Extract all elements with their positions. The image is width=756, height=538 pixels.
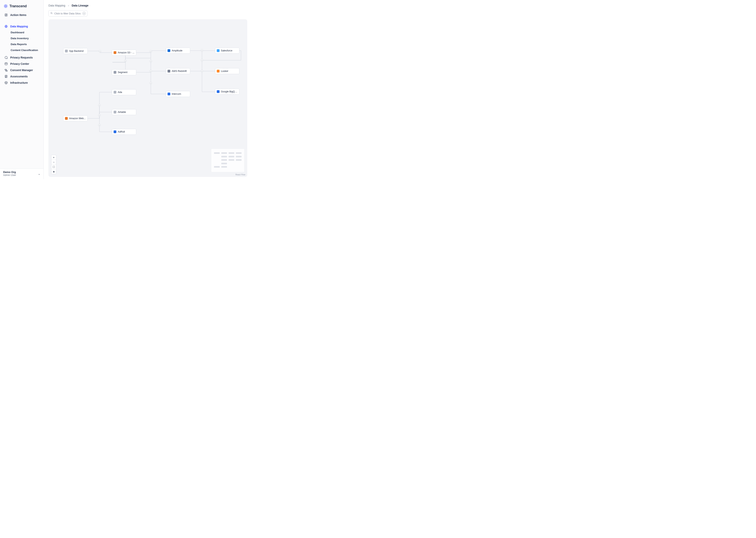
edge-delete[interactable]: × [98, 104, 101, 106]
filter-data-silos[interactable]: Click to filter Data Silos + [48, 10, 87, 17]
adroll-icon [114, 131, 117, 133]
looker-icon [217, 70, 219, 73]
toggle-icon [4, 68, 8, 72]
zoom-in-button[interactable]: + [51, 155, 56, 160]
database-icon [167, 70, 170, 73]
sidebar-item-privacy-requests[interactable]: Privacy Requests [2, 54, 41, 61]
node-aws-redshift[interactable]: AWS Redshift [166, 68, 190, 74]
svg-point-8 [51, 12, 52, 14]
sidebar-sub-data-reports[interactable]: Data Reports [2, 41, 41, 47]
breadcrumb-current: Data Lineage [72, 4, 88, 7]
filter-placeholder: Click to filter Data Silos [54, 12, 81, 15]
svg-point-1 [5, 5, 7, 7]
react-flow-attribution: React Flow [235, 174, 245, 176]
fit-view-button[interactable] [51, 165, 56, 169]
search-icon [50, 12, 53, 15]
brand-logo[interactable]: Transcend [2, 3, 41, 12]
node-ada[interactable]: Ada [112, 89, 136, 95]
node-amazon-s3[interactable]: Amazon S3 - ... [112, 50, 136, 56]
canvas-controls: + − [51, 155, 56, 174]
org-switcher[interactable]: Demo Org Admin User ⌄ [0, 168, 43, 180]
svg-rect-2 [5, 14, 7, 16]
breadcrumb-parent[interactable]: Data Mapping [48, 4, 65, 7]
sidebar-item-action-items[interactable]: Action Items [2, 12, 41, 18]
node-app-backend[interactable]: App Backend [63, 48, 88, 54]
chat-icon [4, 56, 8, 59]
node-bigquery[interactable]: Google BigQuery [215, 89, 239, 94]
bigquery-icon [217, 90, 219, 93]
clipboard-icon [4, 75, 8, 78]
svg-rect-4 [5, 63, 7, 65]
sidebar-sub-data-inventory[interactable]: Data Inventory [2, 35, 41, 41]
amplitude-icon [167, 49, 170, 52]
edge-delete[interactable]: × [150, 60, 152, 63]
node-segment[interactable]: Segment [112, 69, 136, 75]
bolt-icon [4, 13, 8, 17]
edge-delete[interactable]: × [201, 70, 203, 72]
ada-icon [114, 91, 117, 93]
svg-rect-6 [6, 71, 8, 72]
sidebar-item-assessments[interactable]: Assessments [2, 73, 41, 80]
edge-delete[interactable]: × [98, 114, 101, 116]
s3-icon [114, 51, 117, 54]
sidebar-sub-content-classification[interactable]: Content Classification [2, 47, 41, 53]
sidebar-item-label: Privacy Requests [10, 56, 33, 59]
sidebar-item-label: Privacy Center [10, 62, 29, 65]
edge-delete[interactable]: × [150, 50, 152, 53]
airtable-icon [114, 111, 117, 114]
server-icon [65, 50, 68, 52]
brand-name: Transcend [10, 4, 26, 8]
edge-delete[interactable]: × [150, 70, 152, 72]
lock-button[interactable] [51, 169, 56, 174]
user-name: Admin User [3, 174, 16, 177]
svg-point-0 [4, 5, 8, 8]
main-content: Data Mapping › Data Lineage Click to fil… [44, 0, 252, 179]
edge-delete[interactable]: × [150, 82, 152, 84]
edge-delete[interactable]: × [98, 124, 101, 126]
chevron-right-icon: › [68, 4, 69, 7]
node-salesforce[interactable]: Salesforce [215, 48, 239, 54]
node-adroll[interactable]: AdRoll [112, 129, 136, 135]
node-looker[interactable]: Looker [215, 68, 239, 74]
chevron-down-icon: ⌄ [38, 172, 40, 175]
svg-rect-5 [5, 69, 7, 70]
breadcrumbs: Data Mapping › Data Lineage [44, 0, 252, 7]
sidebar-item-label: Action Items [10, 13, 26, 17]
node-intercom[interactable]: Intercom [166, 91, 190, 97]
sidebar-item-consent-manager[interactable]: Consent Manager [2, 67, 41, 73]
window-icon [4, 62, 8, 66]
org-name: Demo Org [3, 171, 16, 174]
sidebar-item-label: Infrastructure [10, 81, 28, 84]
aws-icon [65, 117, 68, 120]
edge-delete[interactable]: × [99, 50, 101, 53]
zoom-out-button[interactable]: − [51, 160, 56, 165]
sidebar-item-data-mapping[interactable]: Data Mapping [2, 23, 41, 29]
segment-icon [114, 71, 117, 74]
sidebar-item-label: Assessments [10, 75, 28, 78]
edge-delete[interactable]: × [201, 49, 203, 52]
brand-mark-icon [4, 4, 8, 8]
add-filter-icon[interactable]: + [82, 12, 86, 15]
node-airtable[interactable]: Airtable [112, 109, 136, 115]
sidebar-item-infrastructure[interactable]: Infrastructure [2, 80, 41, 86]
svg-rect-9 [53, 171, 54, 172]
cube-icon [4, 81, 8, 84]
node-aws[interactable]: Amazon Web... [63, 115, 88, 121]
globe-icon [4, 25, 8, 28]
edge-delete[interactable]: × [201, 59, 203, 62]
minimap[interactable] [211, 148, 245, 172]
sidebar-item-label: Consent Manager [10, 69, 33, 72]
lineage-canvas[interactable]: App Backend Amazon S3 - ... Segment Ada … [48, 19, 247, 177]
edge-delete[interactable]: × [124, 60, 126, 62]
intercom-icon [167, 92, 170, 95]
sidebar-item-privacy-center[interactable]: Privacy Center [2, 61, 41, 67]
sidebar-item-label: Data Mapping [10, 25, 28, 28]
sidebar: Transcend Action Items Data Mapping Dash… [0, 0, 44, 179]
salesforce-icon [217, 49, 219, 52]
sidebar-sub-dashboard[interactable]: Dashboard [2, 29, 41, 35]
node-amplitude[interactable]: Amplitude [166, 48, 190, 54]
